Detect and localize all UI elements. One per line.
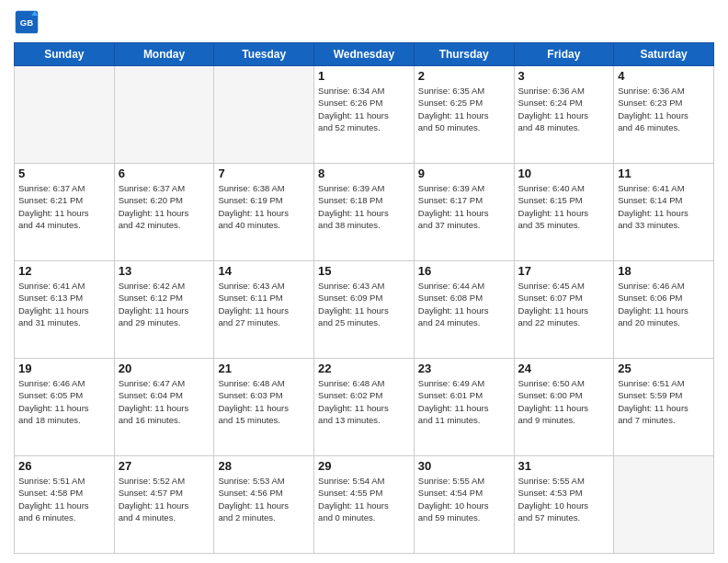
day-number: 20 [119,362,210,375]
calendar-day-cell: 5Sunrise: 6:37 AM Sunset: 6:21 PM Daylig… [15,164,115,261]
day-number: 12 [18,264,110,278]
calendar-day-cell: 29Sunrise: 5:54 AM Sunset: 4:55 PM Dayli… [314,456,415,554]
day-number: 3 [518,69,610,83]
day-info: Sunrise: 6:40 AM Sunset: 6:15 PM Dayligh… [518,182,610,231]
day-number: 4 [618,69,710,83]
calendar-day-cell: 4Sunrise: 6:36 AM Sunset: 6:23 PM Daylig… [614,66,714,164]
day-number: 6 [119,167,210,180]
calendar-day-cell: 7Sunrise: 6:38 AM Sunset: 6:19 PM Daylig… [214,164,314,261]
day-number: 25 [618,362,710,375]
day-number: 5 [18,167,110,180]
calendar-day-cell: 28Sunrise: 5:53 AM Sunset: 4:56 PM Dayli… [214,456,314,554]
day-info: Sunrise: 6:43 AM Sunset: 6:11 PM Dayligh… [218,280,310,328]
weekday-header-saturday: Saturday [614,43,714,66]
calendar-day-cell: 17Sunrise: 6:45 AM Sunset: 6:07 PM Dayli… [514,261,614,359]
calendar-day-cell: 27Sunrise: 5:52 AM Sunset: 4:57 PM Dayli… [114,456,214,554]
day-info: Sunrise: 6:42 AM Sunset: 6:12 PM Dayligh… [119,280,210,328]
calendar-week-row: 19Sunrise: 6:46 AM Sunset: 6:05 PM Dayli… [15,359,714,456]
day-number: 29 [318,459,410,473]
day-info: Sunrise: 6:38 AM Sunset: 6:19 PM Dayligh… [218,182,310,231]
day-number: 26 [18,459,110,473]
calendar-day-cell: 1Sunrise: 6:34 AM Sunset: 6:26 PM Daylig… [314,66,415,164]
day-number: 22 [318,362,410,375]
day-number: 13 [119,264,210,278]
calendar-empty-cell [614,456,714,554]
day-info: Sunrise: 6:34 AM Sunset: 6:26 PM Dayligh… [318,85,410,133]
day-info: Sunrise: 6:48 AM Sunset: 6:03 PM Dayligh… [218,377,310,426]
calendar-week-row: 1Sunrise: 6:34 AM Sunset: 6:26 PM Daylig… [15,66,714,164]
calendar-day-cell: 19Sunrise: 6:46 AM Sunset: 6:05 PM Dayli… [15,359,115,456]
svg-text:GB: GB [20,17,33,28]
day-number: 15 [318,264,410,278]
day-number: 31 [518,459,610,473]
day-info: Sunrise: 6:44 AM Sunset: 6:08 PM Dayligh… [418,280,510,328]
calendar-day-cell: 8Sunrise: 6:39 AM Sunset: 6:18 PM Daylig… [314,164,415,261]
calendar-empty-cell [214,66,314,164]
calendar-day-cell: 21Sunrise: 6:48 AM Sunset: 6:03 PM Dayli… [214,359,314,456]
calendar-day-cell: 30Sunrise: 5:55 AM Sunset: 4:54 PM Dayli… [414,456,514,554]
day-info: Sunrise: 6:41 AM Sunset: 6:14 PM Dayligh… [618,182,710,231]
day-number: 14 [218,264,310,278]
day-number: 30 [418,459,510,473]
calendar-day-cell: 24Sunrise: 6:50 AM Sunset: 6:00 PM Dayli… [514,359,614,456]
day-info: Sunrise: 6:39 AM Sunset: 6:17 PM Dayligh… [418,182,510,231]
calendar-day-cell: 22Sunrise: 6:48 AM Sunset: 6:02 PM Dayli… [314,359,415,456]
calendar-empty-cell [114,66,214,164]
day-info: Sunrise: 6:37 AM Sunset: 6:20 PM Dayligh… [119,182,210,231]
day-info: Sunrise: 6:47 AM Sunset: 6:04 PM Dayligh… [119,377,210,426]
day-info: Sunrise: 6:45 AM Sunset: 6:07 PM Dayligh… [518,280,610,328]
day-info: Sunrise: 5:55 AM Sunset: 4:54 PM Dayligh… [418,475,510,523]
day-number: 19 [18,362,110,375]
day-number: 7 [218,167,310,180]
calendar-header-row: SundayMondayTuesdayWednesdayThursdayFrid… [15,43,714,66]
day-number: 9 [418,167,510,180]
header: GB [14,9,714,35]
day-number: 21 [218,362,310,375]
day-number: 10 [518,167,610,180]
calendar-day-cell: 16Sunrise: 6:44 AM Sunset: 6:08 PM Dayli… [414,261,514,359]
day-info: Sunrise: 5:51 AM Sunset: 4:58 PM Dayligh… [18,475,110,523]
calendar-table: SundayMondayTuesdayWednesdayThursdayFrid… [14,42,714,554]
day-info: Sunrise: 6:49 AM Sunset: 6:01 PM Dayligh… [418,377,510,426]
day-info: Sunrise: 6:46 AM Sunset: 6:06 PM Dayligh… [618,280,710,328]
calendar-day-cell: 11Sunrise: 6:41 AM Sunset: 6:14 PM Dayli… [614,164,714,261]
day-info: Sunrise: 6:41 AM Sunset: 6:13 PM Dayligh… [18,280,110,328]
calendar-day-cell: 15Sunrise: 6:43 AM Sunset: 6:09 PM Dayli… [314,261,415,359]
calendar-day-cell: 2Sunrise: 6:35 AM Sunset: 6:25 PM Daylig… [414,66,514,164]
calendar-day-cell: 13Sunrise: 6:42 AM Sunset: 6:12 PM Dayli… [114,261,214,359]
calendar-day-cell: 18Sunrise: 6:46 AM Sunset: 6:06 PM Dayli… [614,261,714,359]
day-info: Sunrise: 6:35 AM Sunset: 6:25 PM Dayligh… [418,85,510,133]
calendar-day-cell: 14Sunrise: 6:43 AM Sunset: 6:11 PM Dayli… [214,261,314,359]
day-number: 27 [119,459,210,473]
weekday-header-sunday: Sunday [15,43,115,66]
day-info: Sunrise: 6:43 AM Sunset: 6:09 PM Dayligh… [318,280,410,328]
day-info: Sunrise: 6:36 AM Sunset: 6:24 PM Dayligh… [518,85,610,133]
calendar-day-cell: 6Sunrise: 6:37 AM Sunset: 6:20 PM Daylig… [114,164,214,261]
day-number: 28 [218,459,310,473]
weekday-header-thursday: Thursday [414,43,514,66]
day-number: 23 [418,362,510,375]
calendar-day-cell: 3Sunrise: 6:36 AM Sunset: 6:24 PM Daylig… [514,66,614,164]
weekday-header-wednesday: Wednesday [314,43,415,66]
day-info: Sunrise: 6:46 AM Sunset: 6:05 PM Dayligh… [18,377,110,426]
day-number: 1 [318,69,410,83]
day-number: 2 [418,69,510,83]
day-number: 16 [418,264,510,278]
day-number: 18 [618,264,710,278]
logo-icon: GB [14,9,40,35]
day-number: 11 [618,167,710,180]
calendar-week-row: 5Sunrise: 6:37 AM Sunset: 6:21 PM Daylig… [15,164,714,261]
weekday-header-tuesday: Tuesday [214,43,314,66]
day-info: Sunrise: 6:36 AM Sunset: 6:23 PM Dayligh… [618,85,710,133]
day-number: 24 [518,362,610,375]
calendar-week-row: 12Sunrise: 6:41 AM Sunset: 6:13 PM Dayli… [15,261,714,359]
weekday-header-monday: Monday [114,43,214,66]
day-info: Sunrise: 6:39 AM Sunset: 6:18 PM Dayligh… [318,182,410,231]
calendar-day-cell: 25Sunrise: 6:51 AM Sunset: 5:59 PM Dayli… [614,359,714,456]
calendar-day-cell: 23Sunrise: 6:49 AM Sunset: 6:01 PM Dayli… [414,359,514,456]
day-info: Sunrise: 6:50 AM Sunset: 6:00 PM Dayligh… [518,377,610,426]
calendar-empty-cell [15,66,115,164]
day-info: Sunrise: 5:52 AM Sunset: 4:57 PM Dayligh… [119,475,210,523]
calendar-day-cell: 20Sunrise: 6:47 AM Sunset: 6:04 PM Dayli… [114,359,214,456]
calendar-day-cell: 10Sunrise: 6:40 AM Sunset: 6:15 PM Dayli… [514,164,614,261]
